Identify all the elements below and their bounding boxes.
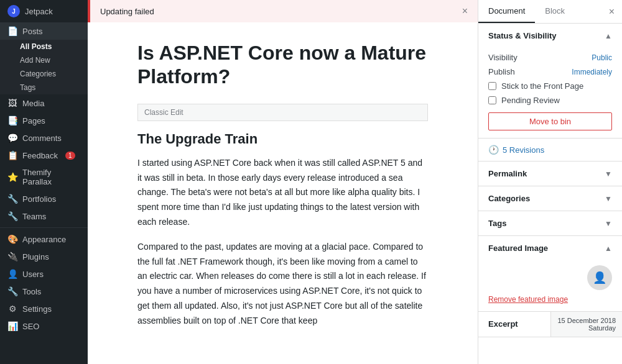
- visibility-value[interactable]: Public: [592, 53, 612, 62]
- sidebar-item-comments[interactable]: 💬 Comments: [0, 129, 88, 147]
- sidebar-item-feedback[interactable]: 📋 Feedback 1: [0, 147, 88, 164]
- settings-icon: ⚙: [7, 304, 17, 314]
- appearance-icon: 🎨: [7, 234, 17, 244]
- excerpt-label[interactable]: Excerpt: [478, 312, 550, 337]
- permalink-accordion[interactable]: Permalink ▼: [478, 162, 622, 186]
- content-paragraph-2[interactable]: Compared to the past, updates are moving…: [137, 240, 428, 329]
- sidebar-item-users-label: Users: [22, 270, 44, 279]
- error-close-button[interactable]: ×: [462, 6, 468, 16]
- feedback-icon: 📋: [7, 150, 17, 160]
- sidebar-item-plugins-label: Plugins: [22, 252, 49, 262]
- sidebar-logo[interactable]: J Jetpack: [0, 0, 88, 22]
- categories-accordion[interactable]: Categories ▼: [478, 186, 622, 211]
- sidebar-item-comments-label: Comments: [22, 134, 62, 143]
- sidebar-divider: [0, 227, 88, 228]
- featured-image-header[interactable]: Featured Image ▲: [478, 236, 622, 260]
- tags-accordion[interactable]: Tags ▼: [478, 211, 622, 236]
- revisions-row[interactable]: 🕐 5 Revisions: [478, 139, 622, 162]
- status-visibility-content: Visibility Public Publish Immediately St…: [478, 48, 622, 138]
- sidebar-item-posts-label: Posts: [22, 27, 43, 36]
- remove-featured-image-link[interactable]: Remove featured image: [488, 295, 612, 304]
- submenu-tags[interactable]: Tags: [20, 81, 88, 94]
- plugins-icon: 🔌: [7, 252, 17, 262]
- excerpt-date-line1: 15 December 2018: [557, 317, 616, 324]
- sidebar-item-users[interactable]: 👤 Users: [0, 265, 88, 283]
- pages-icon: 📑: [7, 116, 17, 125]
- featured-image-content: 👤 Remove featured image: [478, 260, 622, 311]
- panel-tabs: Document Block ×: [478, 0, 622, 24]
- sidebar-item-seo-label: SEO: [22, 322, 39, 331]
- sidebar-item-tools[interactable]: 🔧 Tools: [0, 283, 88, 300]
- sidebar-item-tools-label: Tools: [22, 287, 41, 296]
- sidebar-item-themify-label: Themify Parallax: [22, 168, 80, 186]
- sidebar-item-appearance-label: Appearance: [22, 235, 66, 244]
- excerpt-date-badge: 15 December 2018 Saturday: [550, 312, 622, 337]
- sidebar-item-settings-label: Settings: [22, 304, 52, 314]
- sidebar-item-themify[interactable]: ⭐ Themify Parallax: [0, 164, 88, 190]
- teams-icon: 🔧: [7, 211, 17, 221]
- sidebar: J Jetpack 📄 Posts All Posts Add New Cate…: [0, 0, 88, 364]
- visibility-label: Visibility: [488, 53, 518, 62]
- classic-edit-label[interactable]: Classic Edit: [137, 104, 428, 121]
- pending-review-checkbox[interactable]: [488, 96, 496, 104]
- sidebar-item-pages[interactable]: 📑 Pages: [0, 112, 88, 129]
- publish-value[interactable]: Immediately: [572, 68, 612, 76]
- tab-block[interactable]: Block: [535, 0, 575, 23]
- main-editor: Updating failed × Is ASP.NET Core now a …: [88, 0, 478, 364]
- submenu-all-posts[interactable]: All Posts: [20, 40, 88, 53]
- featured-image-title: Featured Image: [488, 243, 548, 253]
- panel-tabs-left: Document Block: [478, 0, 575, 23]
- sidebar-logo-label: Jetpack: [25, 7, 53, 16]
- status-visibility-title: Status & Visibility: [488, 31, 557, 40]
- categories-chevron: ▼: [605, 194, 612, 203]
- sidebar-item-media[interactable]: 🖼 Media: [0, 94, 88, 112]
- excerpt-date-line2: Saturday: [557, 324, 616, 332]
- post-title[interactable]: Is ASP.NET Core now a Mature Platform?: [137, 41, 428, 89]
- jetpack-icon: J: [7, 5, 20, 17]
- tab-document[interactable]: Document: [478, 0, 535, 23]
- sidebar-item-pages-label: Pages: [22, 116, 45, 125]
- categories-label: Categories: [488, 194, 530, 203]
- submenu-add-new[interactable]: Add New: [20, 53, 88, 67]
- sidebar-item-plugins[interactable]: 🔌 Plugins: [0, 248, 88, 265]
- featured-image-chevron: ▲: [605, 244, 612, 253]
- status-visibility-chevron: ▲: [605, 32, 612, 40]
- stick-to-front-checkbox[interactable]: [488, 82, 496, 90]
- panel-close-button[interactable]: ×: [601, 1, 622, 22]
- status-visibility-section: Status & Visibility ▲ Visibility Public …: [478, 24, 622, 139]
- tools-icon: 🔧: [7, 286, 17, 296]
- sidebar-item-portfolios[interactable]: 🔧 Portfolios: [0, 190, 88, 207]
- visibility-row: Visibility Public: [488, 53, 612, 62]
- placeholder-person-icon: 👤: [593, 271, 606, 284]
- content-heading[interactable]: The Upgrade Train: [137, 131, 428, 147]
- permalink-label: Permalink: [488, 169, 527, 178]
- submenu-categories[interactable]: Categories: [20, 67, 88, 81]
- status-visibility-header[interactable]: Status & Visibility ▲: [478, 24, 622, 48]
- feedback-badge: 1: [65, 152, 75, 160]
- stick-to-front-row: Stick to the Front Page: [488, 81, 612, 91]
- sidebar-item-settings[interactable]: ⚙ Settings: [0, 300, 88, 317]
- sidebar-item-media-label: Media: [22, 99, 44, 108]
- sidebar-item-appearance[interactable]: 🎨 Appearance: [0, 230, 88, 248]
- sidebar-item-feedback-label: Feedback: [22, 151, 58, 160]
- posts-submenu: All Posts Add New Categories Tags: [0, 40, 88, 94]
- tags-chevron: ▼: [605, 219, 612, 228]
- sidebar-item-posts[interactable]: 📄 Posts: [0, 22, 88, 40]
- sidebar-item-teams[interactable]: 🔧 Teams: [0, 207, 88, 225]
- error-message: Updating failed: [100, 7, 154, 16]
- portfolios-icon: 🔧: [7, 194, 17, 204]
- pending-review-label: Pending Review: [501, 96, 560, 105]
- posts-icon: 📄: [7, 26, 17, 36]
- revisions-icon: 🕐: [488, 145, 499, 155]
- permalink-chevron: ▼: [605, 170, 612, 178]
- error-banner: Updating failed ×: [88, 0, 478, 22]
- right-panel: Document Block × Status & Visibility ▲ V…: [478, 0, 622, 364]
- users-icon: 👤: [7, 269, 17, 279]
- publish-row: Publish Immediately: [488, 67, 612, 76]
- move-to-bin-button[interactable]: Move to bin: [488, 112, 612, 130]
- sidebar-item-seo[interactable]: 📊 SEO: [0, 317, 88, 335]
- stick-to-front-label: Stick to the Front Page: [501, 81, 583, 91]
- themify-icon: ⭐: [7, 172, 17, 182]
- sidebar-item-teams-label: Teams: [22, 212, 46, 221]
- content-paragraph-1[interactable]: I started using ASP.NET Core back when i…: [137, 156, 428, 230]
